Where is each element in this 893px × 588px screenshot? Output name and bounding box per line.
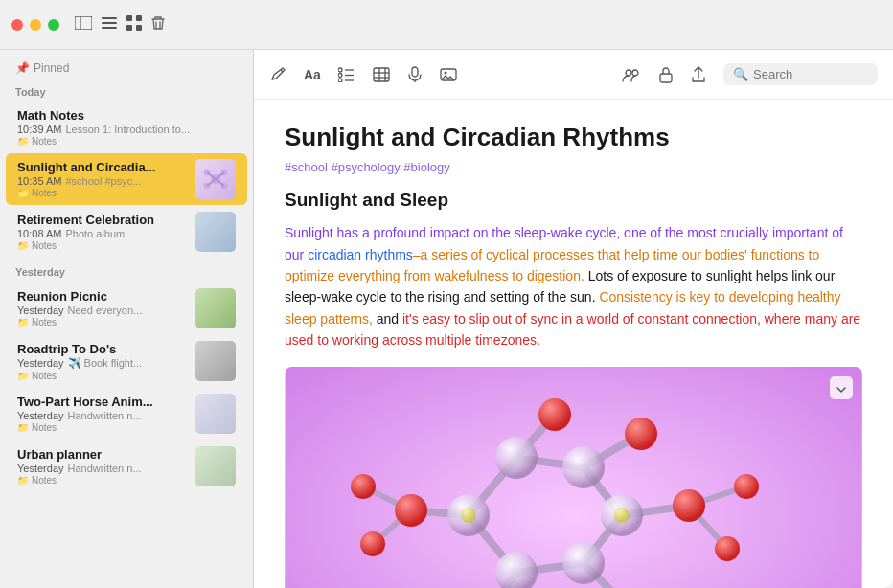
expand-image-button[interactable] (830, 376, 853, 399)
folder-icon-sunlight: 📁 (17, 188, 29, 198)
svg-point-32 (444, 71, 446, 74)
note-item-horse[interactable]: Two-Part Horse Anim... Yesterday Handwri… (6, 388, 247, 440)
note-title-horse: Two-Part Horse Anim... (17, 395, 188, 409)
checklist-icon[interactable] (338, 67, 355, 82)
sidebar-toggle-icon[interactable] (75, 16, 92, 34)
note-text-reunion: Reunion Picnic Yesterday Need everyon...… (17, 289, 188, 328)
svg-point-22 (338, 79, 342, 82)
note-folder-math: 📁 Notes (17, 136, 236, 147)
search-bar[interactable]: 🔍 (723, 63, 878, 85)
share-icon[interactable] (691, 66, 706, 83)
folder-icon-urban: 📁 (17, 475, 29, 486)
note-folder-reunion: 📁 Notes (17, 317, 188, 328)
svg-point-74 (614, 508, 630, 523)
note-title-sunlight: Sunlight and Circadia... (17, 160, 188, 174)
note-meta-retirement: 10:08 AM Photo album (17, 228, 188, 239)
svg-point-33 (626, 70, 631, 76)
svg-point-69 (734, 474, 759, 499)
note-folder-horse: 📁 Notes (17, 422, 188, 433)
note-text-horse: Two-Part Horse Anim... Yesterday Handwri… (17, 395, 188, 433)
titlebar-controls (75, 15, 165, 34)
svg-rect-8 (136, 25, 142, 31)
lock-icon[interactable] (658, 66, 674, 83)
svg-point-66 (395, 494, 427, 527)
note-thumb-retirement (195, 212, 236, 252)
svg-point-62 (625, 418, 657, 450)
svg-rect-35 (660, 74, 672, 82)
titlebar (0, 0, 893, 50)
note-folder-retirement: 📁 Notes (17, 240, 188, 251)
traffic-lights (11, 19, 59, 31)
note-item-math-notes[interactable]: Math Notes 10:39 AM Lesson 1: Introducti… (6, 102, 247, 152)
svg-point-73 (461, 508, 476, 523)
svg-point-63 (673, 489, 705, 522)
svg-point-18 (338, 68, 342, 72)
note-title-reunion: Reunion Picnic (17, 289, 188, 304)
compose-icon[interactable] (269, 66, 286, 83)
maximize-button[interactable] (48, 19, 59, 31)
note-body-paragraph: Sunlight has a profound impact on the sl… (285, 222, 862, 351)
note-item-roadtrip[interactable]: Roadtrip To Do's Yesterday ✈️ Book fligh… (6, 335, 247, 387)
minimize-button[interactable] (30, 19, 41, 31)
note-meta-roadtrip: Yesterday ✈️ Book flight... (17, 357, 188, 370)
svg-point-67 (351, 474, 376, 499)
svg-point-70 (715, 536, 740, 561)
search-input[interactable] (753, 67, 868, 81)
molecule-svg (286, 367, 861, 588)
collaborate-icon[interactable] (622, 67, 641, 82)
note-meta-urban: Yesterday Handwritten n... (17, 463, 188, 474)
note-main-title: Sunlight and Circadian Rhythms (285, 123, 862, 152)
editor-toolbar: Aa (254, 50, 893, 100)
note-text-math-notes: Math Notes 10:39 AM Lesson 1: Introducti… (17, 108, 236, 147)
note-title-urban: Urban planner (17, 447, 188, 462)
molecule-image-container (285, 367, 862, 588)
svg-point-34 (632, 70, 638, 76)
note-meta-sunlight: 10:35 AM #school #psyc... (17, 175, 188, 187)
note-meta-reunion: Yesterday Need everyon... (17, 305, 188, 316)
media-icon[interactable] (440, 67, 457, 82)
body-link-circadian[interactable]: circadian rhythms (308, 247, 413, 262)
note-text-urban: Urban planner Yesterday Handwritten n...… (17, 447, 188, 486)
svg-point-57 (562, 446, 605, 488)
audio-icon[interactable] (407, 66, 423, 83)
svg-point-56 (495, 437, 538, 479)
svg-rect-6 (136, 15, 142, 21)
list-view-icon[interactable] (102, 16, 117, 34)
table-icon[interactable] (373, 67, 390, 82)
note-item-reunion[interactable]: Reunion Picnic Yesterday Need everyon...… (6, 283, 247, 334)
note-section-title: Sunlight and Sleep (285, 190, 862, 211)
svg-point-59 (562, 542, 605, 584)
svg-point-68 (360, 531, 385, 556)
pinned-section-label: 📌 Pinned (0, 57, 253, 79)
search-icon: 🔍 (733, 67, 748, 81)
svg-rect-5 (126, 15, 132, 21)
note-text-retirement: Retirement Celebration 10:08 AM Photo al… (17, 213, 188, 251)
grid-view-icon[interactable] (126, 15, 142, 34)
note-item-sunlight[interactable]: Sunlight and Circadia... 10:35 AM #schoo… (6, 153, 247, 205)
folder-icon-math: 📁 (17, 136, 29, 147)
close-button[interactable] (11, 19, 23, 31)
note-folder-sunlight: 📁 Notes (17, 188, 188, 198)
folder-icon-roadtrip: 📁 (17, 371, 29, 381)
yesterday-section-label: Yesterday (0, 259, 253, 282)
note-meta-math: 10:39 AM Lesson 1: Introduction to... (17, 124, 236, 135)
body-text-plain-2: and (373, 311, 402, 327)
format-text-icon[interactable]: Aa (304, 67, 321, 82)
svg-rect-7 (126, 25, 132, 31)
note-item-urban[interactable]: Urban planner Yesterday Handwritten n...… (6, 441, 247, 492)
delete-icon[interactable] (151, 15, 165, 34)
note-folder-roadtrip: 📁 Notes (17, 371, 188, 381)
svg-rect-3 (102, 22, 117, 24)
note-item-retirement[interactable]: Retirement Celebration 10:08 AM Photo al… (6, 206, 247, 258)
note-thumb-reunion (195, 288, 236, 328)
svg-rect-0 (75, 16, 92, 30)
note-title-retirement: Retirement Celebration (17, 213, 188, 227)
editor-content[interactable]: Sunlight and Circadian Rhythms #school #… (254, 100, 893, 588)
svg-rect-29 (412, 67, 418, 77)
note-thumb-sunlight (195, 159, 236, 199)
folder-icon-reunion: 📁 (17, 317, 29, 328)
svg-rect-4 (102, 27, 117, 29)
svg-point-61 (538, 398, 571, 431)
pin-icon: 📌 (15, 61, 30, 75)
svg-rect-24 (374, 68, 389, 81)
